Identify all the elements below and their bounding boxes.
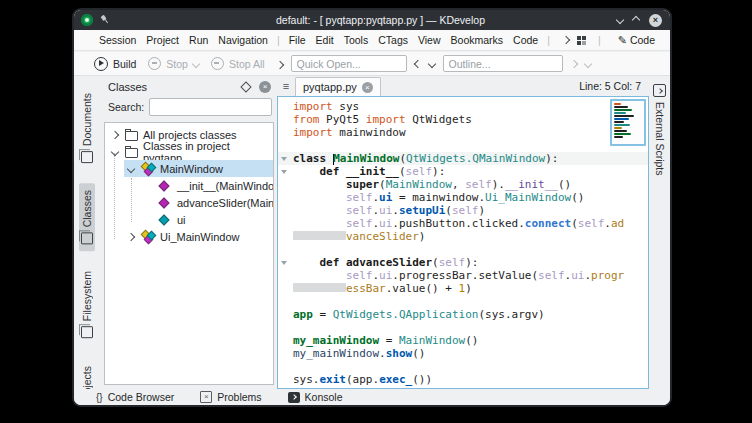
- code-line[interactable]: import mainwindow: [278, 126, 648, 139]
- code-line[interactable]: def advanceSlider(self):: [278, 256, 648, 269]
- scrollbar-minimap[interactable]: [610, 99, 646, 146]
- toolview-label: Konsole: [305, 391, 343, 403]
- fold-marker[interactable]: [278, 256, 293, 269]
- toolview-button-problems[interactable]: ×Problems: [200, 391, 261, 403]
- code-line-text: def advanceSlider(self):: [293, 256, 478, 269]
- tree-item-ui-mainwindow[interactable]: Ui_MainWindow: [105, 228, 273, 245]
- menu-view[interactable]: View: [413, 34, 446, 46]
- outline-input[interactable]: [443, 55, 563, 72]
- code-line[interactable]: class MainWindow(QtWidgets.QMainWindow):: [278, 152, 648, 165]
- code-line[interactable]: [278, 139, 648, 152]
- menu-run[interactable]: Run: [184, 34, 213, 46]
- tree-item-content: Ui_MainWindow: [124, 228, 273, 245]
- quick-open-dropdown-icon[interactable]: [427, 59, 435, 67]
- main-area: DocumentsClassesFilesystemProjects Class…: [74, 76, 670, 389]
- code-line[interactable]: vanceSlider): [278, 230, 648, 243]
- sidebar-tab-classes[interactable]: Classes: [79, 183, 95, 251]
- fold-gutter: [278, 126, 293, 139]
- expand-icon[interactable]: [110, 132, 120, 138]
- fold-gutter: [278, 139, 293, 152]
- code-line[interactable]: [278, 295, 648, 308]
- stop-all-button[interactable]: Stop All: [205, 57, 271, 70]
- next-icon[interactable]: [569, 59, 577, 67]
- menu-code-area-button[interactable]: ✎ Code: [613, 34, 660, 47]
- menu-session[interactable]: Session: [94, 34, 141, 46]
- collapse-icon[interactable]: [126, 166, 136, 172]
- code-editor[interactable]: import sysfrom PyQt5 import QtWidgetsimp…: [277, 96, 649, 389]
- tab-close-icon[interactable]: ×: [362, 82, 373, 93]
- code-line[interactable]: self.ui = mainwindow.Ui_MainWindow(): [278, 191, 648, 204]
- tree-item-advanceslider-mainwindow-[interactable]: advanceSlider(MainWindow): [105, 194, 273, 211]
- tree-item--init-mainwindow-[interactable]: __init__(MainWindow): [105, 177, 273, 194]
- code-line[interactable]: self.ui.pushButton.clicked.connect(self.…: [278, 217, 648, 230]
- menu-bookmarks[interactable]: Bookmarks: [446, 34, 509, 46]
- code-line[interactable]: self.ui.progressBar.setValue(self.ui.pro…: [278, 269, 648, 282]
- prev-icon[interactable]: [413, 59, 421, 67]
- code-line[interactable]: from PyQt5 import QtWidgets: [278, 113, 648, 126]
- code-line-text: self.ui.setupUi(self): [293, 204, 485, 217]
- code-line-text: import sys: [293, 100, 359, 113]
- area-switcher-icon[interactable]: [577, 36, 586, 45]
- tree-item-label: Ui_MainWindow: [160, 231, 239, 243]
- toolview-label: Code Browser: [108, 391, 175, 403]
- class-icon: [141, 162, 155, 175]
- titlebar[interactable]: default: - [ pyqtapp:pyqtapp.py ] — KDev…: [74, 10, 670, 30]
- outline-nav-buttons: [571, 61, 591, 67]
- sidebar-tab-filesystem[interactable]: Filesystem: [79, 264, 95, 345]
- fold-marker[interactable]: [278, 165, 293, 178]
- panel-close-button[interactable]: ×: [259, 81, 271, 93]
- code-line[interactable]: import sys: [278, 100, 648, 113]
- menu-edit[interactable]: Edit: [311, 34, 339, 46]
- toolbar-overflow-icon[interactable]: [562, 36, 570, 44]
- detach-icon[interactable]: [240, 81, 251, 92]
- toolview-button-konsole[interactable]: Konsole: [288, 391, 343, 403]
- code-line[interactable]: my_mainWindow.show(): [278, 347, 648, 360]
- code-line[interactable]: def __init__(self):: [278, 165, 648, 178]
- code-line[interactable]: sys.exit(app.exec_()): [278, 373, 648, 386]
- quick-open-input[interactable]: [291, 55, 407, 72]
- menu-tools[interactable]: Tools: [339, 34, 374, 46]
- code-line[interactable]: essBar.value() + 1): [278, 282, 648, 295]
- sidebar-tab-documents[interactable]: Documents: [79, 86, 95, 170]
- code-line[interactable]: my_mainWindow = MainWindow(): [278, 334, 648, 347]
- stop-dropdown-icon[interactable]: [192, 59, 200, 67]
- fold-gutter: [278, 282, 293, 295]
- fold-marker[interactable]: [278, 152, 293, 165]
- tree-item-classes-in-project-pyqtapp[interactable]: Classes in project pyqtapp: [105, 143, 273, 160]
- menu-ctags[interactable]: CTags: [373, 34, 413, 46]
- collapse-icon[interactable]: [110, 149, 120, 155]
- menu-project[interactable]: Project: [141, 34, 184, 46]
- tree-item-mainwindow[interactable]: MainWindow: [105, 160, 273, 177]
- editor-tab-pyqtapp[interactable]: pyqtapp.py ×: [295, 77, 381, 96]
- expand-icon[interactable]: [126, 234, 136, 240]
- code-line[interactable]: self.ui.setupUi(self): [278, 204, 648, 217]
- tree-item-content: Classes in project pyqtapp: [108, 143, 273, 160]
- tree-item-ui[interactable]: ui: [105, 211, 273, 228]
- fold-gutter: [278, 217, 293, 230]
- outline-dropdown-icon[interactable]: [583, 59, 591, 67]
- tab-external-scripts[interactable]: External Scripts: [653, 84, 666, 176]
- classes-search-input[interactable]: [149, 98, 272, 116]
- minimize-button[interactable]: [617, 17, 623, 23]
- code-line[interactable]: [278, 243, 648, 256]
- code-line[interactable]: [278, 360, 648, 373]
- menu-code[interactable]: Code: [508, 34, 543, 46]
- fold-gutter: [278, 308, 293, 321]
- code-line[interactable]: super(MainWindow, self).__init__(): [278, 178, 648, 191]
- code-line[interactable]: [278, 321, 648, 334]
- fold-gutter: [278, 334, 293, 347]
- classes-icon: [81, 232, 93, 244]
- stop-button[interactable]: Stop: [142, 57, 205, 70]
- document-switcher-icon[interactable]: ≡: [277, 80, 295, 92]
- menu-file[interactable]: File: [284, 34, 311, 46]
- code-line[interactable]: app = QtWidgets.QApplication(sys.argv): [278, 308, 648, 321]
- menu-navigation[interactable]: Navigation: [213, 34, 273, 46]
- code-content: import sysfrom PyQt5 import QtWidgetsimp…: [278, 97, 648, 386]
- toolview-button-code-browser[interactable]: {}Code Browser: [96, 391, 174, 403]
- code-line-text: app = QtWidgets.QApplication(sys.argv): [293, 308, 545, 321]
- close-button[interactable]: ×: [649, 14, 662, 27]
- pin-icon[interactable]: [98, 13, 112, 27]
- build-button[interactable]: Build: [88, 57, 142, 71]
- maximize-button[interactable]: [633, 17, 639, 23]
- classes-tree: All projects classesClasses in project p…: [105, 123, 273, 245]
